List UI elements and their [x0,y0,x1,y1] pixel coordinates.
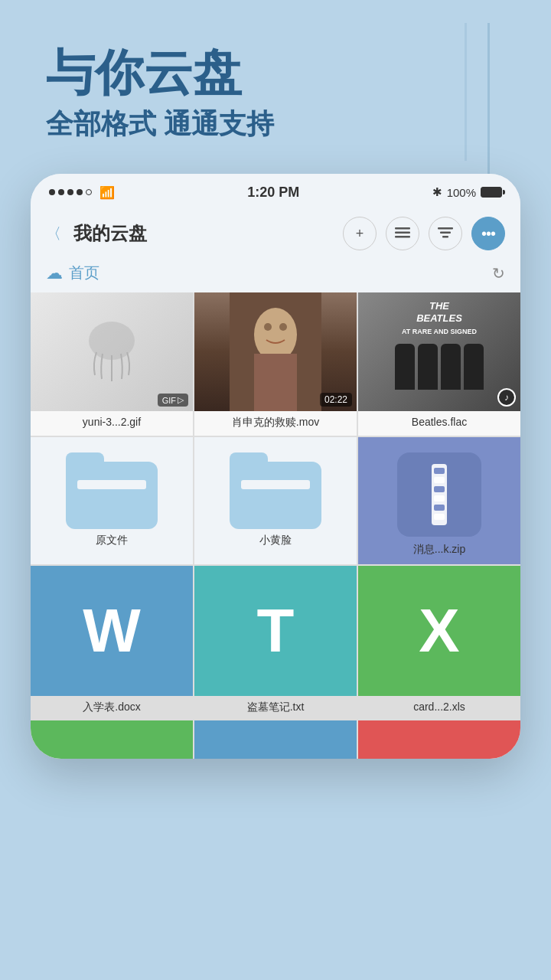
file-item-gif[interactable]: GIF ▷ yuni-3...2.gif [31,292,193,436]
bluetooth-icon: ✱ [432,185,442,199]
folder-stripe-2 [241,480,310,489]
docx-filename: 入学表.docx [83,701,140,720]
battery-percent: 100% [447,186,476,199]
gif-badge: GIF ▷ [158,394,188,407]
breadcrumb-left: ☁ 首页 [46,263,99,283]
nav-bar: 〈 我的云盘 + ••• [31,207,520,260]
phone-frame: 📶 1:20 PM ✱ 100% 〈 我的云盘 + [31,174,520,759]
folder-1-name: 原文件 [34,534,190,547]
svg-rect-15 [434,486,445,492]
refresh-button[interactable]: ↻ [492,264,505,283]
figure-4 [464,344,484,390]
jellyfish-image [81,314,142,390]
music-icon: ♪ [504,392,509,403]
back-button[interactable]: 〈 [46,224,61,244]
music-thumbnail: THEBEATLESAT RARE AND SIGNED ♪ [358,292,520,411]
zip-zipper-icon [412,460,466,529]
file-grid: GIF ▷ yuni-3...2.gif [31,292,520,720]
svg-rect-3 [438,227,453,230]
battery-icon [481,187,502,198]
xls-thumbnail: X [358,566,520,696]
app-subtitle: 全部格式 通通支持 [46,106,505,143]
svg-rect-9 [254,354,297,411]
gif-play-icon: ▷ [178,395,184,405]
video-filename: 肖申克的救赎.mov [194,416,357,430]
zip-icon [397,452,481,537]
figure-1 [395,344,415,390]
file-item-video[interactable]: 02:22 肖申克的救赎.mov [194,292,357,436]
txt-thumbnail: T [194,566,357,696]
figure-3 [441,344,461,390]
status-left: 📶 [49,185,115,200]
file-item-zip[interactable]: 消息...k.zip [358,437,520,564]
signal-dots [49,189,92,195]
nav-title: 我的云盘 [73,221,334,246]
list-view-button[interactable] [386,217,419,250]
svg-rect-4 [440,232,451,234]
music-filename: Beatles.flac [358,416,520,428]
signal-dot-3 [67,189,73,195]
strip-cell-3 [358,720,520,759]
wifi-icon: 📶 [99,185,115,200]
sort-button[interactable] [429,217,462,250]
beatles-figures [395,344,484,390]
folder-stripe [77,480,146,489]
svg-rect-16 [434,495,445,501]
svg-rect-1 [395,232,410,234]
beatles-album-text: THEBEATLESAT RARE AND SIGNED [402,300,477,336]
branding-area: 与你云盘 全部格式 通通支持 [0,0,551,174]
file-item-folder-1[interactable]: 原文件 [31,437,193,564]
more-dots-icon: ••• [481,225,495,243]
file-item-music[interactable]: THEBEATLESAT RARE AND SIGNED ♪ Beatles.f… [358,292,520,436]
status-time: 1:20 PM [247,185,299,201]
svg-rect-2 [395,236,410,238]
txt-filename: 盗墓笔记.txt [247,701,305,720]
svg-rect-5 [442,236,448,238]
docx-thumbnail: W [31,566,193,696]
folder-icon-2 [230,452,321,529]
signal-dot-1 [49,189,55,195]
strip-cell-2 [194,720,357,759]
breadcrumb-text: 首页 [69,263,99,283]
strip-cell-1 [31,720,193,759]
file-item-folder-2[interactable]: 小黄脸 [194,437,357,564]
figure-2 [418,344,438,390]
add-button[interactable]: + [343,217,377,250]
file-item-docx[interactable]: W 入学表.docx [31,566,193,720]
svg-rect-17 [434,505,445,511]
file-item-xls[interactable]: X card...2.xls [358,566,520,720]
folder-2-name: 小黄脸 [197,534,354,547]
svg-rect-14 [434,477,445,483]
cloud-icon: ☁ [46,263,63,283]
signal-dot-5 [86,189,92,195]
folder-icon-1 [66,452,158,529]
gif-label: GIF [162,396,176,405]
beatles-background: THEBEATLESAT RARE AND SIGNED [358,292,520,411]
decorative-lines [487,23,490,191]
signal-dot-4 [77,189,83,195]
svg-point-8 [254,308,297,361]
gif-thumbnail: GIF ▷ [31,292,193,411]
movie-scene [230,292,321,411]
svg-rect-0 [395,227,410,230]
sort-icon [438,227,453,240]
svg-rect-18 [434,514,445,520]
app-title: 与你云盘 [46,46,505,100]
folder-body [66,462,158,529]
zip-filename: 消息...k.zip [413,543,465,557]
folder-body-2 [230,462,321,529]
more-button[interactable]: ••• [471,217,505,250]
svg-rect-13 [434,468,445,474]
bottom-strip [31,720,520,759]
breadcrumb: ☁ 首页 ↻ [31,260,520,292]
xls-filename: card...2.xls [413,701,465,719]
video-thumbnail: 02:22 [194,292,357,411]
file-item-txt[interactable]: T 盗墓笔记.txt [194,566,357,720]
signal-dot-2 [58,189,64,195]
status-bar: 📶 1:20 PM ✱ 100% [31,174,520,207]
status-right: ✱ 100% [432,185,502,199]
svg-point-10 [264,323,272,331]
list-icon [395,227,410,240]
gif-filename: yuni-3...2.gif [31,416,193,428]
video-duration-badge: 02:22 [320,393,352,407]
